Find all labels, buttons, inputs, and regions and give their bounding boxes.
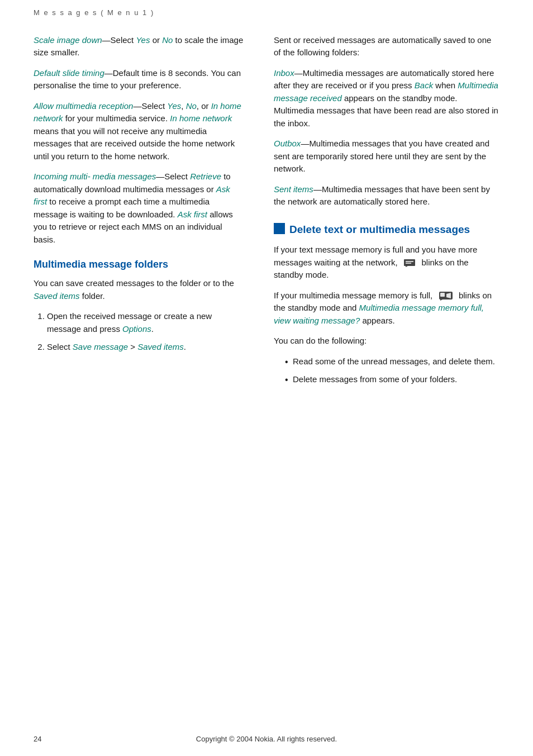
right-column: Sent or received messages are automatica… <box>263 34 522 394</box>
steps-list: Open the received message or create a ne… <box>34 310 246 354</box>
multimedia-msg-received-link: Multimedia message received <box>274 80 498 103</box>
sent-items-link: Sent items <box>274 184 313 194</box>
retrieve-link: Retrieve <box>190 172 221 181</box>
page-container: M e s s a g e s ( M e n u 1 ) Scale imag… <box>0 0 533 756</box>
allow-multimedia-link: Allow multimedia reception <box>34 101 133 111</box>
svg-rect-0 <box>404 259 415 266</box>
scale-image-link: Scale image down <box>34 35 102 45</box>
svg-rect-5 <box>440 293 445 297</box>
step-1: Open the received message or create a ne… <box>47 310 246 335</box>
page-number: 24 <box>34 734 41 745</box>
mms-icon <box>439 291 453 301</box>
bullets-list: Read some of the unread messages, and de… <box>274 355 499 386</box>
saved-items-link2: Saved items <box>137 342 184 351</box>
inbox-link: Inbox <box>274 68 294 78</box>
svg-marker-1 <box>406 266 408 267</box>
svg-marker-7 <box>440 299 442 301</box>
step-2: Select Save message > Saved items. <box>47 341 246 354</box>
incoming-multi-para: Incoming multi- media messages—Select Re… <box>34 170 246 246</box>
options-link: Options <box>122 324 151 334</box>
scale-no: No <box>162 35 173 45</box>
saved-items-link: Saved items <box>34 291 80 301</box>
bullet-2: Delete messages from some of your folder… <box>285 373 499 386</box>
can-do-text: You can do the following: <box>274 335 499 348</box>
ask-first-link: Ask first <box>34 184 230 207</box>
outbox-link: Outbox <box>274 139 301 148</box>
content-columns: Scale image down—Select Yes or No to sca… <box>0 23 533 427</box>
allow-yes: Yes <box>167 101 181 111</box>
save-message-link: Save message <box>73 342 128 351</box>
scale-yes: Yes <box>136 35 150 45</box>
delete-heading-text: Delete text or multimedia messages <box>289 222 470 237</box>
inbox-para: Inbox—Multimedia messages are automatica… <box>274 67 499 130</box>
folders-intro-para: You can save created messages to the fol… <box>34 277 246 302</box>
delete-para2: If your multimedia message memory is ful… <box>274 289 499 327</box>
blue-square-icon <box>274 223 285 234</box>
delete-section-heading: Delete text or multimedia messages <box>274 222 499 237</box>
delete-para1: If your text message memory is full and … <box>274 244 499 282</box>
allow-no: No <box>186 101 197 111</box>
scale-image-para: Scale image down—Select Yes or No to sca… <box>34 34 246 59</box>
incoming-multi-link: Incoming multi- media messages <box>34 172 156 181</box>
outbox-para: Outbox—Multimedia messages that you have… <box>274 137 499 175</box>
page-footer: 24 Copyright © 2004 Nokia. All rights re… <box>0 734 533 745</box>
allow-multimedia-para: Allow multimedia reception—Select Yes, N… <box>34 100 246 163</box>
multimedia-folders-heading: Multimedia message folders <box>34 257 246 272</box>
left-column: Scale image down—Select Yes or No to sca… <box>11 34 263 394</box>
in-home-link2: In home network <box>170 113 232 123</box>
mms-memory-full-link: Multimedia message memory full, view wai… <box>274 303 484 325</box>
default-slide-para: Default slide timing—Default time is 8 s… <box>34 67 246 92</box>
sent-items-para: Sent items—Multimedia messages that have… <box>274 183 499 208</box>
back-link: Back <box>415 80 433 90</box>
page-header: M e s s a g e s ( M e n u 1 ) <box>0 0 533 23</box>
sms-icon <box>403 259 416 268</box>
bullet-1: Read some of the unread messages, and de… <box>285 355 499 368</box>
header-text: M e s s a g e s ( M e n u 1 ) <box>34 8 154 17</box>
sent-received-intro: Sent or received messages are automatica… <box>274 34 499 59</box>
ask-first-link2: Ask first <box>178 210 207 219</box>
copyright-text: Copyright © 2004 Nokia. All rights reser… <box>196 734 337 745</box>
default-slide-link: Default slide timing <box>34 68 104 78</box>
